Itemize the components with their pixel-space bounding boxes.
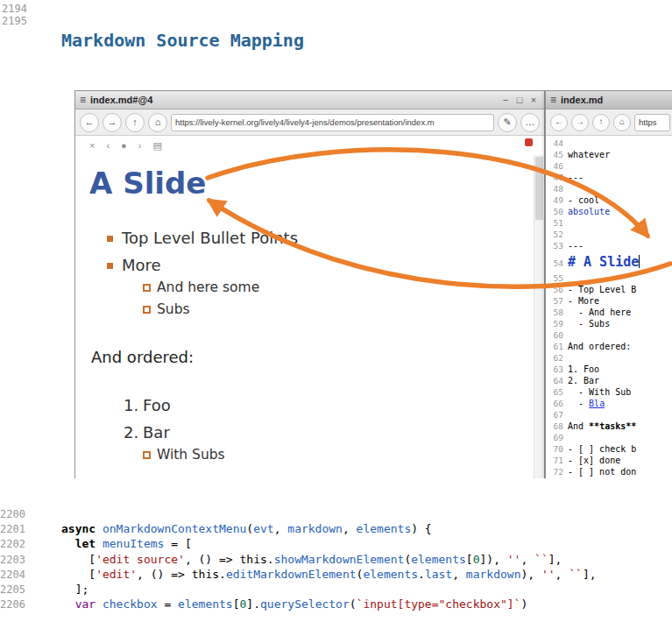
back-button[interactable]: ← (550, 114, 568, 131)
url-field[interactable]: https (634, 114, 670, 131)
window-titlebar[interactable]: ≡ index.md (546, 91, 672, 110)
code-editor[interactable]: 22002201async onMarkdownContextMenu(evt,… (0, 506, 672, 611)
hamburger-menu-icon[interactable]: ≡ (80, 94, 86, 106)
line-number: 2200 (0, 507, 61, 522)
source-line: 65 - With Sub (546, 386, 672, 398)
slide-title: A Slide (89, 166, 544, 201)
source-line: 47--- (546, 172, 672, 183)
code-line: 2200 (0, 506, 672, 521)
back-button[interactable]: ← (80, 113, 99, 132)
markdown-heading: Markdown Source Mapping (61, 30, 304, 51)
source-line: 46 (546, 160, 672, 172)
markdown-figure: ≡ index.md#@4 − □ × ← → ↑ ⌂ https://live… (74, 90, 672, 478)
close-icon[interactable]: × (527, 95, 540, 105)
maximize-icon[interactable]: □ (513, 95, 526, 105)
forward-button[interactable]: → (103, 113, 122, 132)
sub-bullet-item: With Subs (157, 448, 544, 462)
home-button[interactable]: ⌂ (148, 113, 167, 132)
line-number: 45 (546, 149, 568, 160)
line-number: 55 (546, 272, 568, 284)
window-titlebar[interactable]: ≡ index.md#@4 − □ × (75, 91, 544, 110)
code-line: 2201async onMarkdownContextMenu(evt, mar… (0, 521, 672, 536)
line-number: 2195 (2, 15, 27, 27)
code-line: 2203 ['edit source', () => this.showMark… (0, 552, 672, 567)
url-field[interactable]: https://lively-kernel.org/lively4/lively… (171, 114, 494, 131)
line-number: 49 (546, 194, 568, 206)
home-button[interactable]: ⌂ (613, 114, 631, 131)
text-cursor (639, 255, 640, 268)
source-line: 72- [ ] not don (546, 466, 672, 477)
source-line: 44 (546, 138, 672, 149)
toolbar-close-icon[interactable]: × (89, 136, 95, 155)
source-line: 631. Foo (546, 364, 672, 375)
line-number: 2204 (0, 568, 61, 583)
toolbar-prev-icon[interactable]: ‹ (106, 136, 110, 155)
presentation-toolbar: × ‹ ● › ▤ (75, 136, 544, 155)
window-title: index.md#@4 (90, 95, 152, 105)
source-line: 62 (546, 352, 672, 364)
line-number: 2203 (0, 553, 61, 568)
up-button[interactable]: ↑ (592, 114, 610, 131)
source-line: 71- [x] done (546, 455, 672, 466)
hamburger-menu-icon[interactable]: ≡ (550, 94, 556, 106)
line-number: 44 (546, 138, 568, 149)
line-number: 60 (546, 329, 568, 341)
source-line: 45whatever (546, 149, 672, 160)
more-options-button[interactable]: … (520, 113, 540, 132)
source-line: 56- Top Level B (546, 284, 672, 295)
line-number: 66 (546, 398, 568, 409)
line-number: 65 (546, 386, 568, 398)
scrollbar[interactable] (534, 155, 544, 478)
source-line: 52 (546, 229, 672, 240)
line-number: 2194 (2, 3, 27, 15)
bullet-item: MoreAnd here someSubs (122, 258, 544, 316)
minimize-icon[interactable]: − (499, 95, 512, 105)
scrollbar-thumb[interactable] (535, 157, 543, 220)
slide-ordered-list: 1.Foo2.BarWith Subs (89, 398, 544, 462)
edit-pencil-button[interactable]: ✎ (498, 113, 517, 132)
line-number: 51 (546, 217, 568, 229)
source-line: 50absolute (546, 206, 672, 217)
lively-editor-page: { "gutter": { "top_lines": ["2194", "219… (0, 0, 672, 622)
line-number: 61 (546, 341, 568, 352)
line-number: 2201 (0, 522, 61, 537)
window-title: index.md (561, 95, 603, 105)
source-line: 68And **tasks** (546, 421, 672, 432)
sub-bullet-item: Subs (157, 302, 544, 316)
up-button[interactable]: ↑ (125, 113, 145, 132)
rendered-browser-window: ≡ index.md#@4 − □ × ← → ↑ ⌂ https://live… (74, 90, 545, 478)
source-line: 51 (546, 217, 672, 229)
record-indicator (525, 138, 533, 146)
slide-paragraph: And ordered: (91, 348, 544, 366)
source-line: 67 (546, 409, 672, 421)
line-number: 52 (546, 229, 568, 240)
source-line: 57- More (546, 295, 672, 307)
source-line: 61And ordered: (546, 341, 672, 352)
source-line: 58 - And here (546, 307, 672, 318)
code-line: 2205 ]; (0, 582, 672, 597)
line-number: 67 (546, 409, 568, 421)
source-line: 69 (546, 432, 672, 443)
slide-bullet-list: Top Level Bullet PointsMoreAnd here some… (89, 230, 544, 316)
toolbar-dot-icon[interactable]: ● (121, 136, 127, 155)
source-editor[interactable]: 4445whatever4647---4849- cool50absolute5… (546, 136, 672, 478)
line-number: 2202 (0, 537, 61, 552)
source-line: 70- [ ] check b (546, 443, 672, 455)
browser-navbar: ← → ↑ ⌂ https://lively-kernel.org/lively… (75, 110, 544, 136)
line-number: 58 (546, 307, 568, 318)
source-line: 55 (546, 272, 672, 284)
toolbar-print-icon[interactable]: ▤ (152, 136, 161, 155)
line-number: 57 (546, 295, 568, 307)
browser-navbar: ← → ↑ ⌂ https (546, 110, 672, 136)
line-number: 68 (546, 421, 568, 432)
code-line: 2206 var checkbox = elements[0].querySel… (0, 597, 672, 611)
ordered-item: 2.BarWith Subs (124, 425, 544, 462)
forward-button[interactable]: → (571, 114, 589, 131)
line-number: 72 (546, 466, 568, 477)
line-number: 71 (546, 455, 568, 466)
source-line: 66 - Bla (546, 398, 672, 409)
line-number: 69 (546, 432, 568, 443)
source-line: 59 - Subs (546, 318, 672, 329)
toolbar-next-icon[interactable]: › (138, 136, 142, 155)
source-line: 49- cool (546, 194, 672, 206)
